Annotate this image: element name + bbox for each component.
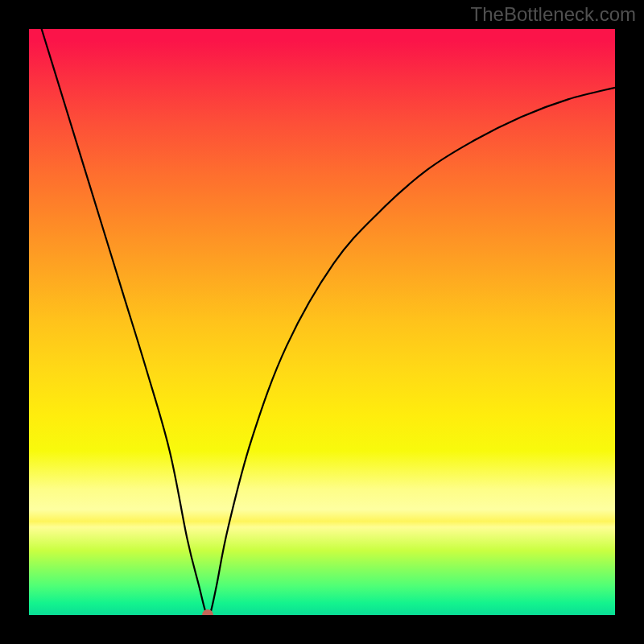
watermark-text: TheBottleneck.com — [471, 3, 636, 26]
chart-plot-area — [29, 29, 615, 615]
minimum-marker-dot — [202, 609, 213, 615]
bottleneck-curve — [29, 29, 615, 615]
